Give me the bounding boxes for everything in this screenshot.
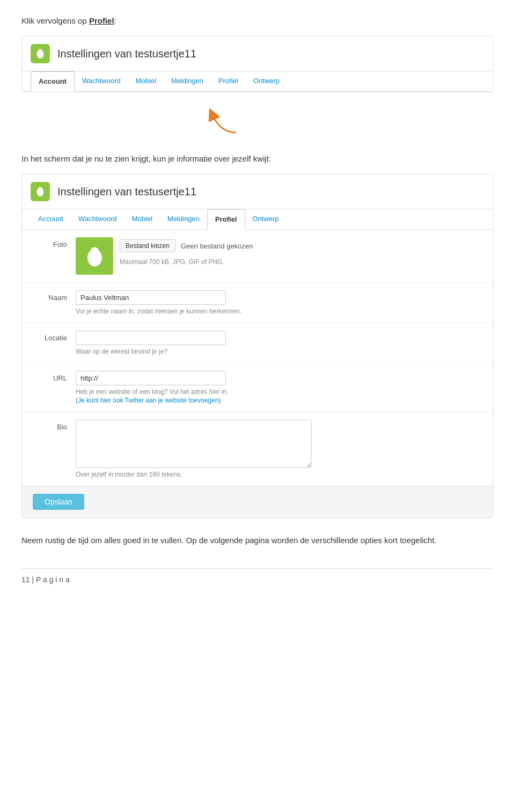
nav-meldingen-2[interactable]: Meldingen: [160, 209, 207, 230]
settings-box-1: Instellingen van testusertje11 Account W…: [21, 36, 494, 92]
orange-arrow-icon: [204, 106, 247, 135]
nav-mobiel-1[interactable]: Mobiel: [128, 71, 164, 92]
page-label: P a g i n a: [36, 575, 70, 584]
form-row-bio: Bio Over jezelf in minder dan 160 tekens…: [22, 412, 493, 486]
middle-text: In het scherm dat je nu te zien krijgt, …: [21, 154, 494, 163]
svg-point-4: [38, 187, 42, 191]
url-content: Heb je een website of een blog? Vul het …: [76, 371, 482, 404]
page-footer: 11 | P a g i n a: [21, 568, 494, 584]
settings-box-2: Instellingen van testusertje11 Account W…: [21, 174, 494, 518]
nav-account-2[interactable]: Account: [31, 209, 71, 230]
profiel-link-text: Profiel: [89, 16, 114, 25]
settings-header-2: Instellingen van testusertje11: [22, 174, 493, 209]
form-row-url: URL Heb je een website of een blog? Vul …: [22, 363, 493, 412]
foto-controls: Bestand kiezen Geen bestand gekozen Maxi…: [120, 237, 253, 266]
foto-section: Bestand kiezen Geen bestand gekozen Maxi…: [76, 237, 482, 275]
foto-content: Bestand kiezen Geen bestand gekozen Maxi…: [76, 237, 482, 275]
naam-hint: Vul je echte naam in, zodat mensen je ku…: [76, 308, 482, 315]
settings-title-1: Instellingen van testusertje11: [57, 48, 196, 60]
nav-ontwerp-2[interactable]: Ontwerp: [245, 209, 286, 230]
url-input[interactable]: [76, 371, 226, 385]
settings-logo-1: [31, 44, 50, 63]
choose-file-button[interactable]: Bestand kiezen: [120, 239, 175, 252]
url-label: URL: [33, 371, 76, 382]
intro-text-after: :: [114, 16, 116, 25]
locatie-input[interactable]: [76, 331, 226, 345]
no-file-text: Geen bestand gekozen: [181, 242, 253, 250]
page-number: 11: [21, 575, 30, 584]
locatie-content: Waar op de wereld bevind je je?: [76, 331, 482, 355]
save-bar: Opslaan: [22, 486, 493, 517]
locatie-hint: Waar op de wereld bevind je je?: [76, 348, 482, 355]
locatie-label: Locatie: [33, 331, 76, 342]
foto-buttons: Bestand kiezen Geen bestand gekozen: [120, 239, 253, 252]
form-row-foto: Foto Bestand kiezen Geen bestand gekozen: [22, 230, 493, 283]
nav-account-1[interactable]: Account: [31, 71, 75, 92]
nav-profiel-1[interactable]: Profiel: [211, 71, 246, 92]
profiel-arrow: [204, 106, 247, 137]
bio-label: Bio: [33, 420, 76, 431]
naam-input[interactable]: [76, 290, 226, 305]
logo-icon-2: [34, 186, 46, 197]
nav-ontwerp-1[interactable]: Ontwerp: [246, 71, 287, 92]
svg-point-1: [38, 49, 42, 53]
url-hint: Heb je een website of een blog? Vul het …: [76, 388, 482, 396]
form-row-naam: Naam Vul je echte naam in, zodat mensen …: [22, 283, 493, 323]
closing-text: Neem rustig de tijd om alles goed in te …: [21, 534, 494, 547]
bio-content: Over jezelf in minder dan 160 tekens.: [76, 420, 482, 478]
nav-mobiel-2[interactable]: Mobiel: [124, 209, 160, 230]
nav-profiel-2[interactable]: Profiel: [207, 209, 245, 230]
foto-hint: Maximaal 700 kB. JPG, GIF of PNG.: [120, 258, 253, 266]
settings-header-1: Instellingen van testusertje11: [22, 36, 493, 71]
intro-paragraph: Klik vervolgens op Profiel:: [21, 16, 494, 25]
bio-hint: Over jezelf in minder dan 160 tekens.: [76, 471, 482, 478]
settings-nav-2: Account Wachtwoord Mobiel Meldingen Prof…: [22, 209, 493, 230]
url-twitter-link[interactable]: (Je kunt hier ook Twitter aan je website…: [76, 397, 482, 404]
intro-text-before: Klik vervolgens op: [21, 16, 89, 25]
logo-icon-1: [34, 48, 46, 60]
settings-title-2: Instellingen van testusertje11: [57, 186, 196, 198]
profile-form: Foto Bestand kiezen Geen bestand gekozen: [22, 230, 493, 486]
avatar: [76, 237, 113, 275]
bio-textarea[interactable]: [76, 420, 312, 468]
naam-content: Vul je echte naam in, zodat mensen je ku…: [76, 290, 482, 315]
foto-label: Foto: [33, 237, 76, 248]
nav-wachtwoord-1[interactable]: Wachtwoord: [75, 71, 128, 92]
nav-wachtwoord-2[interactable]: Wachtwoord: [71, 209, 124, 230]
settings-nav-1: Account Wachtwoord Mobiel Meldingen Prof…: [22, 71, 493, 92]
save-button[interactable]: Opslaan: [33, 494, 84, 510]
form-row-locatie: Locatie Waar op de wereld bevind je je?: [22, 323, 493, 363]
svg-point-6: [90, 247, 99, 257]
settings-logo-2: [31, 182, 50, 201]
arrow-wrapper: [21, 108, 494, 138]
nav-meldingen-1[interactable]: Meldingen: [164, 71, 211, 92]
avatar-icon: [83, 244, 107, 268]
naam-label: Naam: [33, 290, 76, 302]
